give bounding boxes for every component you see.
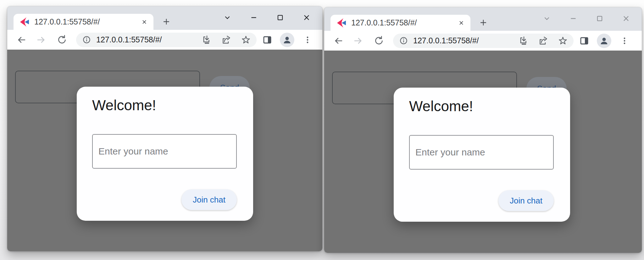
share-icon[interactable]: [537, 35, 549, 46]
omnibox-actions: [518, 35, 569, 46]
url-text: 127.0.0.1:55758/#/: [96, 35, 201, 44]
side-panel-icon[interactable]: [261, 34, 274, 46]
tab-strip: 127.0.0.1:55758/#/: [324, 7, 642, 31]
window-close-button[interactable]: [293, 10, 320, 25]
welcome-dialog: Welcome! Join chat: [394, 88, 570, 222]
browser-tab[interactable]: 127.0.0.1:55758/#/: [330, 15, 470, 31]
bookmark-star-icon[interactable]: [557, 35, 569, 46]
browser-tab[interactable]: 127.0.0.1:55758/#/: [14, 14, 153, 30]
site-info-icon[interactable]: [398, 35, 409, 46]
tab-strip: 127.0.0.1:55758/#/: [7, 6, 322, 30]
page-content: Send Welcome! Join chat: [324, 51, 642, 253]
address-bar[interactable]: 127.0.0.1:55758/#/: [76, 33, 257, 47]
window-caption-controls: [214, 10, 320, 25]
menu-kebab-icon[interactable]: [618, 35, 631, 47]
minimize-button[interactable]: [560, 11, 586, 26]
tab-close-icon[interactable]: [140, 17, 149, 27]
site-info-icon[interactable]: [81, 35, 92, 45]
reload-button-icon[interactable]: [373, 35, 385, 47]
browser-toolbar: 127.0.0.1:55758/#/: [324, 31, 642, 51]
install-download-icon[interactable]: [518, 35, 529, 46]
join-chat-button[interactable]: Join chat: [181, 189, 237, 210]
profile-avatar[interactable]: [280, 33, 294, 47]
flet-logo-icon: [19, 17, 30, 27]
dialog-title: Welcome!: [92, 97, 156, 114]
share-icon[interactable]: [220, 34, 232, 46]
side-panel-icon[interactable]: [578, 35, 591, 47]
reload-button-icon[interactable]: [56, 34, 68, 46]
forward-button-icon[interactable]: [35, 34, 47, 46]
omnibox-actions: [201, 34, 252, 46]
forward-button-icon[interactable]: [352, 35, 364, 47]
maximize-button[interactable]: [586, 11, 613, 26]
name-input[interactable]: [92, 134, 237, 169]
new-tab-button[interactable]: [477, 17, 489, 29]
back-button-icon[interactable]: [332, 35, 345, 47]
tab-search-chevron-icon[interactable]: [214, 10, 241, 25]
desktop: 127.0.0.1:55758/#/: [0, 0, 644, 260]
browser-window-right: 127.0.0.1:55758/#/: [324, 7, 642, 253]
tab-title: 127.0.0.1:55758/#/: [351, 18, 457, 27]
page-content: Send Welcome! Join chat: [7, 50, 322, 251]
maximize-button[interactable]: [267, 10, 293, 25]
back-button-icon[interactable]: [15, 34, 28, 46]
tab-title: 127.0.0.1:55758/#/: [34, 17, 140, 26]
tab-search-chevron-icon[interactable]: [534, 11, 560, 26]
menu-kebab-icon[interactable]: [301, 34, 314, 46]
install-download-icon[interactable]: [201, 34, 212, 46]
minimize-button[interactable]: [241, 10, 267, 25]
flet-logo-icon: [336, 18, 347, 28]
profile-avatar[interactable]: [597, 34, 611, 48]
new-tab-button[interactable]: [160, 16, 172, 28]
address-bar[interactable]: 127.0.0.1:55758/#/: [393, 34, 574, 48]
join-chat-button[interactable]: Join chat: [498, 190, 554, 211]
bookmark-star-icon[interactable]: [240, 34, 252, 46]
url-text: 127.0.0.1:55758/#/: [413, 36, 518, 45]
window-caption-controls: [534, 11, 639, 26]
dialog-title: Welcome!: [409, 98, 473, 115]
welcome-dialog: Welcome! Join chat: [77, 87, 253, 221]
name-input[interactable]: [409, 135, 554, 170]
browser-window-left: 127.0.0.1:55758/#/: [7, 6, 322, 251]
browser-toolbar: 127.0.0.1:55758/#/: [7, 30, 322, 50]
window-close-button[interactable]: [613, 11, 639, 26]
tab-close-icon[interactable]: [457, 18, 466, 28]
